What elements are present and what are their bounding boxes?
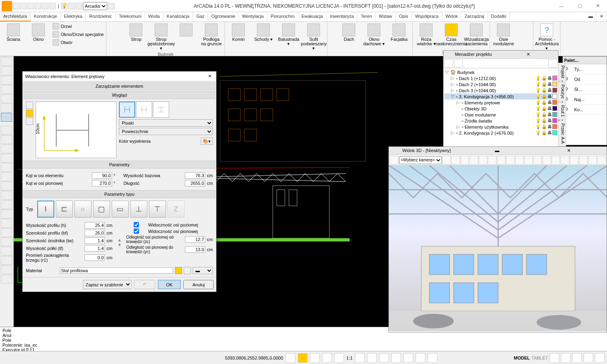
side-tab[interactable]: Rzut 1 [558, 102, 566, 120]
tool-icon[interactable] [1, 154, 12, 163]
btn-podloga[interactable]: Podłoga na gruncie [200, 23, 223, 47]
preview-mode-icon[interactable] [26, 110, 33, 117]
view3d-min-icon[interactable]: ▬ [462, 148, 532, 153]
powierzchnie-dropdown[interactable]: Powierzchnie [119, 128, 213, 135]
preview-mode-icon[interactable] [26, 102, 33, 109]
doc-close-icon[interactable]: ✕ [596, 12, 607, 21]
view3d-close-icon[interactable]: ✕ [534, 148, 604, 153]
small-icon[interactable] [525, 23, 531, 29]
sb-icon[interactable] [584, 353, 593, 363]
sb-icon[interactable] [416, 353, 425, 363]
input-h[interactable] [85, 222, 105, 229]
v3-tool-icon[interactable] [552, 156, 560, 165]
pm-tool-icon[interactable] [454, 59, 463, 68]
sb-icon[interactable] [572, 353, 582, 363]
preview-mode-icon[interactable] [26, 118, 33, 125]
v3-tool-icon[interactable] [570, 156, 579, 165]
tree-row[interactable]: ▷▫Dach 1 (+1212.00)💡🔒🖶 [444, 75, 557, 81]
model-label[interactable]: MODEL [514, 356, 530, 360]
profile-type-t1[interactable]: ⊥ [130, 201, 147, 218]
qat-open-icon[interactable] [20, 3, 27, 9]
small-icon[interactable] [525, 30, 531, 36]
pm-tree[interactable]: ▽🏠Budynek ▷▫Dach 1 (+1212.00)💡🔒🖶▷▫Dach 2… [444, 68, 558, 145]
pm-filter-icon[interactable] [548, 59, 557, 68]
v3-tool-icon[interactable] [579, 156, 588, 165]
tool-icon[interactable] [1, 126, 12, 135]
input-yc[interactable] [185, 246, 205, 253]
btn-dach[interactable]: Dach [337, 23, 361, 42]
check-wid-poz[interactable] [126, 222, 146, 227]
sb-icon[interactable] [550, 353, 559, 363]
minimize-button[interactable]: — [552, 0, 571, 12]
cancel-button[interactable]: Anuluj [183, 280, 214, 289]
small-icon[interactable] [108, 30, 115, 36]
sb-icon[interactable] [403, 353, 413, 363]
tool-icon[interactable] [1, 113, 12, 122]
pal-item[interactable]: ⊙Naj... [563, 95, 607, 105]
small-icon[interactable] [329, 36, 335, 43]
small-icon[interactable] [517, 36, 523, 43]
v3-tool-icon[interactable] [461, 156, 469, 165]
tab-gaz[interactable]: Gaz [193, 12, 208, 21]
tree-row[interactable]: ▷▫2. Kondygnacja 2 (+676.00)💡🔒🖶 [444, 130, 557, 136]
tab-dodatki[interactable]: Dodatki [488, 12, 510, 21]
sb-icon[interactable] [322, 353, 332, 363]
input-zc[interactable] [185, 236, 205, 243]
small-icon[interactable] [108, 23, 115, 29]
material-lib-icon[interactable] [175, 267, 182, 274]
tab-wspolpraca[interactable]: Współpraca [412, 12, 442, 21]
tab-telekomuni[interactable]: Telekomuni [116, 12, 145, 21]
small-icon[interactable] [517, 30, 523, 36]
tool-icon[interactable] [1, 219, 12, 228]
input-tw[interactable] [85, 237, 105, 244]
qat-snow-icon[interactable] [68, 3, 75, 9]
tree-row[interactable]: ▷▫Dach 2 (+1044.00)💡🔒🖶 [444, 81, 557, 87]
v3-tool-icon[interactable] [542, 156, 551, 165]
input-bf[interactable] [85, 230, 105, 236]
tree-row[interactable]: ▽▫3. Kondygnacja 3 (+956.00)💡🔒🖶 [444, 93, 557, 99]
tool-icon[interactable] [1, 237, 12, 246]
btn-strop[interactable]: Strop [124, 23, 148, 42]
btn-roza-wiatrow[interactable]: Róża wiatrów ▾ [414, 23, 438, 47]
tab-wstaw[interactable]: Wstaw [376, 12, 396, 21]
v3-tool-icon[interactable] [442, 156, 451, 165]
input-material[interactable] [60, 267, 173, 274]
tablet-label[interactable]: TABLET [531, 356, 548, 360]
profile-type-t2[interactable]: ⊤ [149, 201, 166, 218]
tool-icon[interactable] [1, 163, 12, 172]
tab-elektryka[interactable]: Elektryka [61, 12, 86, 21]
tab-kanalizacja[interactable]: Kanalizacja [163, 12, 193, 21]
tree-row[interactable]: ▷▫Elementy użytkownika💡🔒🖶 [444, 124, 557, 130]
pal-item[interactable]: ⊙Ty... [563, 64, 607, 74]
close-button[interactable]: ✕ [589, 0, 607, 12]
pm-close-icon[interactable]: ✕ [501, 52, 556, 57]
maximize-button[interactable]: ▢ [571, 0, 589, 12]
side-tab[interactable]: Przekr. A-A [558, 121, 566, 146]
tab-piorunochro[interactable]: Piorunochro [267, 12, 298, 21]
qat-layers-icon[interactable] [108, 3, 115, 9]
app-logo[interactable] [2, 1, 12, 11]
tool-icon[interactable] [1, 57, 12, 66]
tool-icon[interactable] [1, 210, 12, 218]
undo-button[interactable]: ↶ [134, 280, 155, 289]
v3-tool-icon[interactable] [451, 156, 460, 165]
side-tab[interactable]: Projekt [558, 63, 566, 81]
v3-tool-icon[interactable] [533, 156, 542, 165]
view-opt-3[interactable] [153, 102, 169, 118]
input-dlugosc[interactable] [185, 180, 205, 186]
tool-icon[interactable] [1, 94, 12, 103]
qat-redo-icon[interactable] [49, 3, 56, 9]
layer-dropdown[interactable]: Arcadia [83, 2, 107, 10]
tab-ewakuacja[interactable]: Ewakuacja [298, 12, 327, 21]
section-wyglad[interactable]: Wygląd [23, 91, 215, 99]
qat-print-icon[interactable] [35, 3, 41, 9]
color-picker[interactable]: 🎨▾ [201, 138, 213, 145]
btn-strop-gestozebrowy[interactable]: Strop gęstożebrowy ▾ [149, 23, 173, 51]
sb-icon[interactable] [391, 353, 401, 363]
qat-new-icon[interactable] [13, 3, 19, 9]
input-kat-el[interactable] [92, 172, 112, 179]
tool-icon[interactable] [1, 200, 12, 209]
small-icon[interactable] [525, 36, 531, 43]
sb-icon[interactable] [595, 353, 605, 363]
tab-architektura[interactable]: Architektura [0, 12, 31, 21]
